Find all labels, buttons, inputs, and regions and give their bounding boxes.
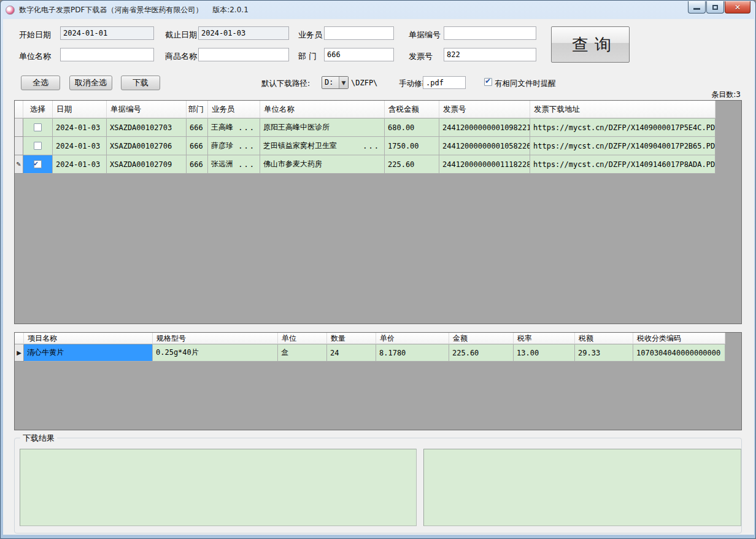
col-header-unit[interactable]: 单位名称 [260,101,385,118]
unit-name-label: 单位名称 [19,51,51,62]
date-cell[interactable]: 2024-01-03 [53,118,107,137]
row-header-cell[interactable] [15,137,23,155]
start-date-input[interactable] [60,26,154,40]
date-cell[interactable]: 2024-01-03 [53,137,107,155]
url-cell[interactable]: https://mycst.cn/DZFP/X1409000017P5E4C.P… [530,118,716,137]
product-name-input[interactable] [198,48,289,61]
salesman-cell[interactable]: 王高峰... [208,118,260,137]
col-header-salesman[interactable]: 业务员 [208,101,260,118]
price-cell[interactable]: 8.1780 [376,344,449,362]
salesman-cell[interactable]: 薛彦珍... [208,137,260,155]
end-date-input[interactable] [198,26,289,40]
salesman-text: 王高峰 [211,122,233,133]
url-cell[interactable]: https://mycst.cn/DZFP/X1409040017P2B65.P… [530,137,716,155]
col-header-url[interactable]: 发票下载地址 [530,101,716,118]
maximize-button[interactable] [706,1,724,14]
close-button[interactable]: ✕ [725,1,750,14]
date-cell[interactable]: 2024-01-03 [53,155,107,174]
unit-name-input[interactable] [60,48,154,61]
grid-corner-cell[interactable] [15,333,24,344]
invoice-row[interactable]: 2024-01-03 XSAZDA00102706 666 薛彦珍... 芝田镇… [15,137,716,155]
query-button[interactable]: 查询 [551,26,630,63]
salesman-text: 张远洲 [211,159,233,169]
col-header-date[interactable]: 日期 [53,101,107,118]
dept-cell[interactable]: 666 [187,155,208,174]
tax-cell[interactable]: 29.33 [575,344,633,362]
current-row-arrow-icon: ▶ [17,349,21,356]
col-header-price[interactable]: 单价 [376,333,449,344]
doc-no-cell[interactable]: XSAZDA00102709 [107,155,187,174]
invoice-no-cell[interactable]: 24412000000001098221 [439,118,530,137]
col-header-unit[interactable]: 单位 [278,333,327,344]
invoice-row-selected[interactable]: ✎ ✔ 2024-01-03 XSAZDA00102709 666 张远洲...… [15,155,716,174]
item-name-cell-selected[interactable]: 清心牛黄片 [24,344,153,362]
unit-cell[interactable]: 原阳王高峰中医诊所 [260,118,385,137]
col-header-invoice-no[interactable]: 发票号 [439,101,530,118]
download-result-textarea-right[interactable] [423,449,741,526]
doc-no-input[interactable] [444,26,536,40]
doc-no-cell[interactable]: XSAZDA00102706 [107,137,187,155]
salesman-cell[interactable]: 张远洲... [208,155,260,174]
qty-cell[interactable]: 24 [327,344,376,362]
doc-no-label: 单据编号 [409,29,441,41]
checkbox-cell-selected[interactable]: ✔ [23,155,53,174]
download-button[interactable]: 下载 [121,76,160,90]
col-header-item-name[interactable]: 项目名称 [24,333,153,344]
col-header-tax-rate[interactable]: 税率 [514,333,575,344]
grid-corner-cell[interactable] [15,101,23,118]
row-header-cell[interactable]: ✎ [15,155,23,174]
invoice-no-cell[interactable]: 24412000000001118228 [439,155,530,174]
check-icon: ✔ [485,77,491,85]
suffix-input[interactable] [423,76,466,89]
amount-cell[interactable]: 680.00 [385,118,439,137]
row-checkbox[interactable] [34,123,42,131]
row-checkbox[interactable] [34,142,42,150]
col-header-doc-no[interactable]: 单据编号 [107,101,187,118]
amount-cell[interactable]: 225.60 [449,344,514,362]
spec-cell[interactable]: 0.25g*40片 [153,344,278,362]
tax-code-cell[interactable]: 1070304040000000000 [633,344,725,362]
invoice-row[interactable]: 2024-01-03 XSAZDA00102703 666 王高峰... 原阳王… [15,118,716,137]
start-date-label: 开始日期 [19,29,51,41]
drive-selected-value: D: [322,77,339,88]
ellipsis-text: ... [238,123,256,132]
window-controls: ✕ [688,1,750,15]
col-header-tax[interactable]: 税额 [575,333,633,344]
title-bar[interactable]: 数字化电子发票PDF下载器（河南省景华医药有限公司） 版本:2.0.1 ✕ [1,1,755,19]
tax-rate-cell[interactable]: 13.00 [514,344,575,362]
download-result-textarea-left[interactable] [20,449,417,526]
url-cell[interactable]: https://mycst.cn/DZFP/X1409146017P8ADA.P… [530,155,716,174]
unit-cell[interactable]: 盒 [278,344,327,362]
col-header-amount[interactable]: 金额 [449,333,514,344]
drive-select[interactable]: D: ▼ [322,76,349,89]
doc-no-cell[interactable]: XSAZDA00102703 [107,118,187,137]
amount-cell[interactable]: 1750.00 [385,137,439,155]
select-all-button[interactable]: 全选 [21,76,60,90]
row-checkbox-checked[interactable]: ✔ [34,160,42,168]
col-header-select[interactable]: 选择 [23,101,53,118]
screen: 数字化电子发票PDF下载器（河南省景华医药有限公司） 版本:2.0.1 ✕ 开始… [0,0,756,539]
dept-cell[interactable]: 666 [187,137,208,155]
row-header-cell[interactable] [15,118,23,137]
checkbox-cell[interactable] [23,137,53,155]
detail-row[interactable]: ▶ 清心牛黄片 0.25g*40片 盒 24 8.1780 225.60 13.… [15,344,726,362]
unit-cell[interactable]: 佛山市参麦大药房 [260,155,385,174]
path-suffix-label: \DZFP\ [351,79,377,87]
col-header-amount[interactable]: 含税金额 [385,101,439,118]
salesman-input[interactable] [324,26,394,40]
col-header-qty[interactable]: 数量 [327,333,376,344]
remind-checkbox[interactable]: ✔ [484,78,492,86]
minimize-button[interactable] [688,1,706,14]
col-header-spec[interactable]: 规格型号 [153,333,278,344]
invoice-no-input[interactable] [444,48,536,61]
deselect-all-button[interactable]: 取消全选 [69,76,112,90]
row-header-cell[interactable]: ▶ [15,344,24,362]
invoice-no-cell[interactable]: 24412000000001058226 [439,137,530,155]
col-header-dept[interactable]: 部门 [187,101,208,118]
col-header-tax-code[interactable]: 税收分类编码 [633,333,725,344]
unit-cell[interactable]: 芝田镇益家窝村卫生室... [260,137,385,155]
amount-cell[interactable]: 225.60 [385,155,439,174]
dept-cell[interactable]: 666 [187,118,208,137]
department-input[interactable] [324,48,394,61]
checkbox-cell[interactable] [23,118,53,137]
